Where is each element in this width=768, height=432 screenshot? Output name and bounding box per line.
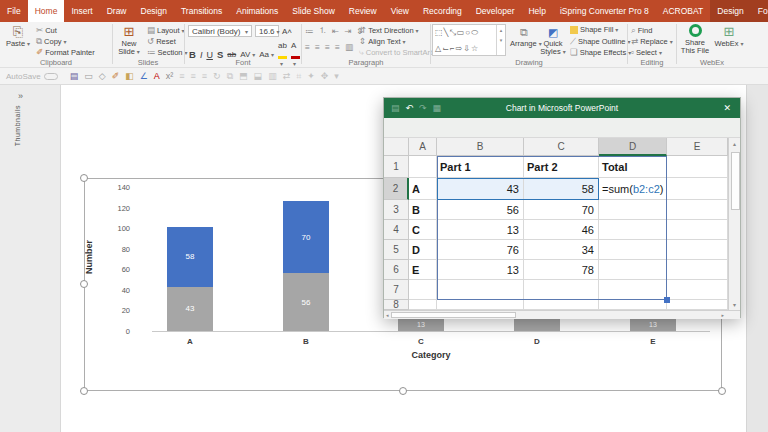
font-name-select[interactable]: Calibri (Body) xyxy=(188,25,252,37)
tab-insert[interactable]: Insert xyxy=(64,0,99,22)
more-icon[interactable]: ▾ xyxy=(334,69,339,84)
font-size-select[interactable]: 16.6 xyxy=(255,25,279,37)
tab-help[interactable]: Help xyxy=(521,0,552,22)
cell-B4[interactable]: 13 xyxy=(437,220,524,240)
cell-C5[interactable]: 34 xyxy=(524,240,599,260)
cell-E3[interactable] xyxy=(667,200,728,220)
cell-D5[interactable] xyxy=(599,240,667,260)
cell-B8[interactable] xyxy=(437,300,524,310)
cell-D3[interactable] xyxy=(599,200,667,220)
excel-title-bar[interactable]: ▤ ↶ ↷ ▦ Chart in Microsoft PowerPoint ✕ xyxy=(384,98,740,118)
resize-handle-bottom-center[interactable] xyxy=(399,387,407,395)
shape-fill-button[interactable]: Shape Fill xyxy=(570,25,618,34)
align-text-button[interactable]: ⇕Align Text xyxy=(359,36,406,46)
cell-E7[interactable] xyxy=(667,280,728,300)
icon[interactable]: ⌙ xyxy=(442,42,449,56)
icon[interactable]: ╲ xyxy=(444,26,449,40)
superscript-icon[interactable]: x² xyxy=(166,69,174,84)
vertical-scroll-thumb[interactable] xyxy=(731,152,740,210)
cell-C6[interactable]: 78 xyxy=(524,260,599,280)
cell-C7[interactable] xyxy=(524,280,599,300)
grow-font-button[interactable]: A˄ xyxy=(282,27,292,36)
cut-button[interactable]: ✂Cut xyxy=(36,25,57,35)
tab-file[interactable]: File xyxy=(0,0,28,22)
convert-smartart-button[interactable]: ⤷Convert to SmartArt xyxy=(359,47,437,58)
effects-icon[interactable]: ✦ xyxy=(307,69,315,84)
tab-slide-show[interactable]: Slide Show xyxy=(285,0,342,22)
canvas-scroll-area[interactable] xyxy=(746,85,768,432)
cell-E2[interactable] xyxy=(667,178,728,200)
tab-chart-design[interactable]: Design xyxy=(710,0,750,22)
save-icon[interactable]: ▤ xyxy=(70,69,79,84)
layout-button[interactable]: ▤Layout xyxy=(147,25,185,35)
align-left-icon[interactable]: ≡ xyxy=(179,69,184,84)
resize-handle-top-left[interactable] xyxy=(80,174,88,182)
bring-forward-icon[interactable]: ⬒ xyxy=(239,69,248,84)
tab-developer[interactable]: Developer xyxy=(469,0,522,22)
new-slide-button[interactable]: ⊞ New Slide xyxy=(114,24,144,56)
shape-outline-button[interactable]: ⟋Shape Outline xyxy=(570,36,631,47)
outline-color-icon[interactable]: ∠ xyxy=(140,69,148,84)
horizontal-scroll-thumb[interactable] xyxy=(391,312,516,318)
range-resize-handle[interactable] xyxy=(664,297,670,303)
numbering-icon[interactable]: ⒈ xyxy=(319,25,328,37)
tab-review[interactable]: Review xyxy=(342,0,384,22)
shape-effects-button[interactable]: ❏Shape Effects xyxy=(570,47,631,57)
row-header-8[interactable]: 8 xyxy=(384,300,409,310)
thumbnails-panel[interactable]: » Thumbnails xyxy=(0,85,61,432)
cell-D6[interactable] xyxy=(599,260,667,280)
cell-D1[interactable]: Total xyxy=(599,156,667,178)
cell-B7[interactable] xyxy=(437,280,524,300)
gallery-scrollbar[interactable]: ▴▾ xyxy=(496,25,505,55)
cell-B1[interactable]: Part 1 xyxy=(437,156,524,178)
icon[interactable]: ⤡ xyxy=(449,26,455,40)
tab-transitions[interactable]: Transitions xyxy=(174,0,229,22)
increase-indent-icon[interactable]: ⇥ xyxy=(344,26,351,36)
replace-button[interactable]: ⇄Replace xyxy=(631,36,673,46)
icon[interactable]: ⌐ xyxy=(450,42,455,56)
font-color-icon[interactable]: A xyxy=(154,69,160,84)
cell-C3[interactable]: 70 xyxy=(524,200,599,220)
crop-icon[interactable]: ⌗ xyxy=(296,69,301,84)
row-header-2[interactable]: 2 xyxy=(384,178,409,200)
col-header-E[interactable]: E xyxy=(667,138,728,156)
resize-handle-bottom-right[interactable] xyxy=(718,387,726,395)
cell-A1[interactable] xyxy=(409,156,437,178)
cell-E6[interactable] xyxy=(667,260,728,280)
col-header-A[interactable]: A xyxy=(409,138,437,156)
row-header-6[interactable]: 6 xyxy=(384,260,409,280)
align-left-icon[interactable]: ≡ xyxy=(305,42,310,52)
icon[interactable]: ⬚ xyxy=(435,26,443,40)
resize-handle-bottom-left[interactable] xyxy=(80,387,88,395)
cell-A6[interactable]: E xyxy=(409,260,437,280)
cell-A7[interactable] xyxy=(409,280,437,300)
cell-B3[interactable]: 56 xyxy=(437,200,524,220)
share-this-file-button[interactable]: Share This File xyxy=(678,24,712,55)
align-center-icon[interactable]: ≡ xyxy=(191,69,196,84)
align-center-icon[interactable]: ≡ xyxy=(315,42,320,52)
cell-A2[interactable]: A xyxy=(409,178,437,200)
columns-icon[interactable]: ▥ xyxy=(268,69,277,84)
tab-animations[interactable]: Animations xyxy=(229,0,285,22)
cell-B5[interactable]: 76 xyxy=(437,240,524,260)
expand-panel-icon[interactable]: » xyxy=(18,91,23,101)
tab-design[interactable]: Design xyxy=(134,0,174,22)
paste-button[interactable]: ⎘ Paste xyxy=(3,24,33,48)
new-slide-icon[interactable]: ▭ xyxy=(84,69,93,84)
icon[interactable]: ⬭ xyxy=(471,26,478,40)
bullets-icon[interactable]: ≔ xyxy=(305,26,314,36)
group-icon[interactable]: ⧉ xyxy=(227,69,233,84)
scroll-right-icon[interactable]: ▸ xyxy=(721,312,724,318)
tab-chart-format[interactable]: Format xyxy=(751,0,768,22)
cell-B6[interactable]: 13 xyxy=(437,260,524,280)
cell-C2[interactable]: 58 xyxy=(524,178,599,200)
cell-C4[interactable]: 46 xyxy=(524,220,599,240)
quick-styles-button[interactable]: ◩ Quick Styles xyxy=(539,24,567,56)
send-backward-icon[interactable]: ⬓ xyxy=(254,69,263,84)
cell-D8[interactable] xyxy=(599,300,667,310)
close-icon[interactable]: ✕ xyxy=(714,103,740,113)
icon[interactable]: ☆ xyxy=(471,42,478,56)
cell-E5[interactable] xyxy=(667,240,728,260)
icon[interactable]: △ xyxy=(435,42,441,56)
tab-ispring[interactable]: iSpring Converter Pro 8 xyxy=(553,0,656,22)
